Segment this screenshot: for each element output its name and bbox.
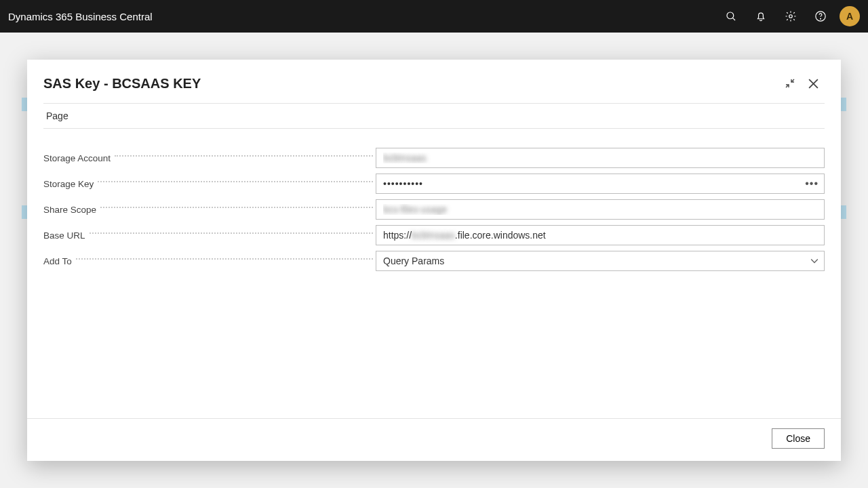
sas-key-dialog: SAS Key - BCSAAS KEY Page Storage Accoun… — [27, 60, 841, 461]
dialog-title: SAS Key - BCSAAS KEY — [43, 76, 778, 92]
svg-point-0 — [727, 12, 734, 19]
field-storage-key: Storage Key ••• — [43, 171, 825, 197]
base-url-prefix: https:// — [383, 230, 412, 241]
share-scope-input[interactable] — [376, 199, 825, 220]
dialog-header: SAS Key - BCSAAS KEY — [27, 60, 841, 103]
minimize-icon[interactable] — [778, 72, 802, 95]
close-button[interactable]: Close — [772, 428, 825, 449]
field-share-scope: Share Scope — [43, 197, 825, 222]
avatar-initial: A — [846, 11, 853, 22]
base-url-suffix: .file.core.windows.net — [455, 230, 546, 241]
app-title: Dynamics 365 Business Central — [8, 11, 153, 22]
field-label: Share Scope — [43, 205, 100, 215]
base-url-input[interactable]: https://bcbtnsaas.file.core.windows.net — [376, 225, 825, 245]
more-options-icon[interactable]: ••• — [805, 174, 818, 193]
dialog-form: Storage Account Storage Key ••• Share Sc… — [27, 140, 841, 279]
field-storage-account: Storage Account — [43, 145, 825, 171]
search-icon[interactable] — [716, 0, 746, 33]
avatar[interactable]: A — [840, 6, 860, 26]
svg-point-4 — [821, 18, 821, 19]
chevron-down-icon[interactable] — [810, 251, 818, 270]
close-icon[interactable] — [802, 72, 825, 95]
svg-point-2 — [789, 15, 793, 18]
base-url-host: bcbtnsaas — [412, 230, 455, 241]
svg-line-1 — [732, 18, 735, 20]
field-label: Storage Account — [43, 153, 115, 163]
help-icon[interactable] — [806, 0, 835, 33]
storage-key-input[interactable]: ••• — [376, 174, 825, 194]
app-topbar: Dynamics 365 Business Central A — [0, 0, 868, 33]
field-label: Storage Key — [43, 179, 98, 189]
field-base-url: Base URL https://bcbtnsaas.file.core.win… — [43, 222, 825, 248]
dialog-footer: Close — [27, 418, 841, 461]
dialog-tabs: Page — [27, 104, 841, 128]
bell-icon[interactable] — [746, 0, 776, 33]
field-label: Base URL — [43, 230, 90, 241]
gear-icon[interactable] — [776, 0, 806, 33]
storage-account-input[interactable] — [376, 148, 825, 168]
tab-page[interactable]: Page — [43, 108, 71, 124]
field-add-to: Add To — [43, 248, 825, 274]
field-label: Add To — [43, 256, 76, 266]
add-to-select[interactable] — [376, 251, 825, 271]
